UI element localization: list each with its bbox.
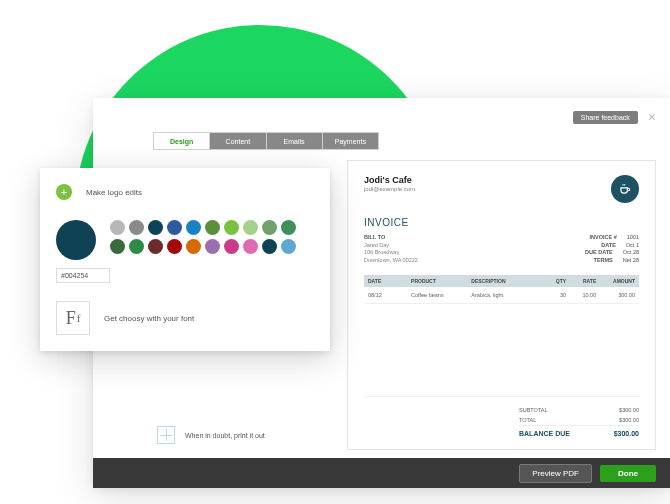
color-swatch[interactable]: [243, 239, 258, 254]
color-picker: [56, 220, 314, 260]
color-swatch[interactable]: [110, 220, 125, 235]
col-description: DESCRIPTION: [471, 278, 540, 284]
print-hint-row: When in doubt, print it out: [157, 426, 337, 444]
color-swatch[interactable]: [205, 239, 220, 254]
color-swatch[interactable]: [281, 239, 296, 254]
balance-label: BALANCE DUE: [519, 430, 570, 437]
share-feedback-button[interactable]: Share feedback: [573, 111, 638, 124]
invoice-date-label: DATE: [601, 242, 616, 250]
invoice-no-value: 1001: [627, 234, 639, 242]
col-product: PRODUCT: [411, 278, 471, 284]
invoice-terms-value: Net 28: [623, 257, 639, 265]
close-icon[interactable]: ×: [648, 110, 656, 124]
col-date: DATE: [368, 278, 411, 284]
invoice-due-label: DUE DATE: [585, 249, 613, 257]
cell-date: 08/12: [368, 292, 411, 298]
color-swatch[interactable]: [129, 220, 144, 235]
company-logo: [611, 175, 639, 203]
color-swatch[interactable]: [167, 239, 182, 254]
tab-content[interactable]: Content: [210, 133, 266, 149]
bill-to-name: Jared Day: [364, 242, 418, 250]
font-picker[interactable]: F f: [56, 301, 90, 335]
company-email: jodi@example.com: [364, 186, 415, 192]
logo-edit-row: + Make logo edits: [56, 184, 314, 200]
preview-pdf-button[interactable]: Preview PDF: [519, 464, 592, 483]
bottom-bar: Preview PDF Done: [93, 458, 670, 488]
color-swatch[interactable]: [262, 220, 277, 235]
invoice-meta-right: INVOICE #1001 DATEOct 1 DUE DATEOct 28 T…: [585, 234, 639, 265]
invoice-totals: SUBTOTAL$300.00 TOTAL$300.00 BALANCE DUE…: [519, 405, 639, 439]
invoice-spacer: [364, 304, 639, 397]
color-swatch[interactable]: [243, 220, 258, 235]
subtotal-value: $300.00: [619, 407, 639, 413]
bill-to-block: BILL TO Jared Day 106 Broadway Downtown,…: [364, 234, 418, 265]
font-row: F f Get choosy with your font: [56, 301, 314, 335]
total-label: TOTAL: [519, 417, 536, 423]
color-swatch[interactable]: [224, 220, 239, 235]
add-logo-icon[interactable]: +: [56, 184, 72, 200]
bill-to-city: Downtown, WA 00222: [364, 257, 418, 265]
color-swatch[interactable]: [205, 220, 220, 235]
color-swatch[interactable]: [129, 239, 144, 254]
invoice-due-value: Oct 28: [623, 249, 639, 257]
col-qty: QTY: [540, 278, 566, 284]
table-header: DATE PRODUCT DESCRIPTION QTY RATE AMOUNT: [364, 275, 639, 287]
font-sample-small: f: [77, 312, 81, 324]
balance-value: $300.00: [614, 430, 639, 437]
cell-rate: 10.00: [566, 292, 596, 298]
coffee-icon: [618, 182, 632, 196]
invoice-header: Jodi's Cafe jodi@example.com: [364, 175, 639, 203]
color-swatch[interactable]: [167, 220, 182, 235]
table-row: 08/12 Coffee beans Arabica, light 30 10.…: [364, 287, 639, 304]
invoice-terms-label: TERMS: [594, 257, 613, 265]
grid-icon[interactable]: [157, 426, 175, 444]
design-panel: + Make logo edits #004254 F f Get choosy…: [40, 168, 330, 351]
color-swatch[interactable]: [281, 220, 296, 235]
tab-payments[interactable]: Payments: [323, 133, 378, 149]
bill-to-street: 106 Broadway: [364, 249, 418, 257]
color-swatch[interactable]: [262, 239, 277, 254]
total-value: $300.00: [619, 417, 639, 423]
color-swatch[interactable]: [148, 220, 163, 235]
company-name: Jodi's Cafe: [364, 175, 415, 185]
color-swatch[interactable]: [186, 239, 201, 254]
cell-description: Arabica, light: [471, 292, 540, 298]
cell-qty: 30: [540, 292, 566, 298]
invoice-date-value: Oct 1: [626, 242, 639, 250]
invoice-title: INVOICE: [364, 217, 639, 228]
cell-product: Coffee beans: [411, 292, 471, 298]
col-rate: RATE: [566, 278, 596, 284]
col-amount: AMOUNT: [596, 278, 635, 284]
color-swatch[interactable]: [110, 239, 125, 254]
tab-design[interactable]: Design: [154, 133, 210, 149]
invoice-table: DATE PRODUCT DESCRIPTION QTY RATE AMOUNT…: [364, 275, 639, 304]
subtotal-label: SUBTOTAL: [519, 407, 548, 413]
tab-emails[interactable]: Emails: [267, 133, 323, 149]
invoice-meta: BILL TO Jared Day 106 Broadway Downtown,…: [364, 234, 639, 265]
selected-color-swatch[interactable]: [56, 220, 96, 260]
font-sample-large: F: [66, 308, 76, 329]
color-swatch[interactable]: [186, 220, 201, 235]
print-hint-text: When in doubt, print it out: [185, 432, 265, 439]
bill-to-label: BILL TO: [364, 234, 418, 242]
color-swatch[interactable]: [224, 239, 239, 254]
done-button[interactable]: Done: [600, 465, 656, 482]
invoice-no-label: INVOICE #: [590, 234, 617, 242]
logo-edit-label: Make logo edits: [86, 188, 142, 197]
cell-amount: 300.00: [596, 292, 635, 298]
color-swatch[interactable]: [148, 239, 163, 254]
invoice-preview: Jodi's Cafe jodi@example.com INVOICE BIL…: [347, 160, 656, 450]
color-swatch-grid: [110, 220, 296, 254]
font-label: Get choosy with your font: [104, 314, 194, 323]
topbar: Share feedback ×: [93, 98, 670, 130]
tab-bar: Design Content Emails Payments: [153, 132, 379, 150]
hex-input[interactable]: #004254: [56, 268, 110, 283]
